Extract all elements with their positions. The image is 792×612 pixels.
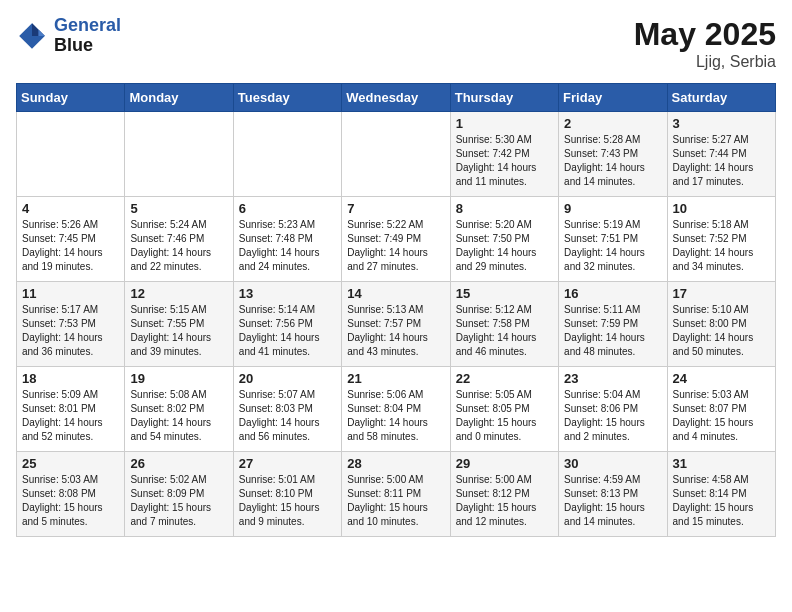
- day-info: Sunrise: 5:05 AM Sunset: 8:05 PM Dayligh…: [456, 388, 553, 444]
- calendar-cell: 12Sunrise: 5:15 AM Sunset: 7:55 PM Dayli…: [125, 282, 233, 367]
- calendar-cell: 28Sunrise: 5:00 AM Sunset: 8:11 PM Dayli…: [342, 452, 450, 537]
- calendar-cell: 8Sunrise: 5:20 AM Sunset: 7:50 PM Daylig…: [450, 197, 558, 282]
- day-info: Sunrise: 5:27 AM Sunset: 7:44 PM Dayligh…: [673, 133, 770, 189]
- calendar-cell: 25Sunrise: 5:03 AM Sunset: 8:08 PM Dayli…: [17, 452, 125, 537]
- day-number: 17: [673, 286, 770, 301]
- day-info: Sunrise: 5:20 AM Sunset: 7:50 PM Dayligh…: [456, 218, 553, 274]
- calendar-cell: 26Sunrise: 5:02 AM Sunset: 8:09 PM Dayli…: [125, 452, 233, 537]
- calendar-cell: 3Sunrise: 5:27 AM Sunset: 7:44 PM Daylig…: [667, 112, 775, 197]
- weekday-header-thursday: Thursday: [450, 84, 558, 112]
- calendar-cell: 4Sunrise: 5:26 AM Sunset: 7:45 PM Daylig…: [17, 197, 125, 282]
- day-number: 19: [130, 371, 227, 386]
- location-subtitle: Ljig, Serbia: [634, 53, 776, 71]
- day-number: 12: [130, 286, 227, 301]
- logo-text: General Blue: [54, 16, 121, 56]
- day-info: Sunrise: 5:14 AM Sunset: 7:56 PM Dayligh…: [239, 303, 336, 359]
- day-number: 13: [239, 286, 336, 301]
- day-number: 30: [564, 456, 661, 471]
- day-number: 29: [456, 456, 553, 471]
- day-info: Sunrise: 5:02 AM Sunset: 8:09 PM Dayligh…: [130, 473, 227, 529]
- calendar-week-row: 18Sunrise: 5:09 AM Sunset: 8:01 PM Dayli…: [17, 367, 776, 452]
- month-title: May 2025: [634, 16, 776, 53]
- page-header: General Blue May 2025 Ljig, Serbia: [16, 16, 776, 71]
- calendar-cell: 18Sunrise: 5:09 AM Sunset: 8:01 PM Dayli…: [17, 367, 125, 452]
- calendar-cell: 24Sunrise: 5:03 AM Sunset: 8:07 PM Dayli…: [667, 367, 775, 452]
- logo-icon: [16, 20, 48, 52]
- calendar-cell: [17, 112, 125, 197]
- day-info: Sunrise: 5:30 AM Sunset: 7:42 PM Dayligh…: [456, 133, 553, 189]
- calendar-cell: [125, 112, 233, 197]
- calendar-cell: 11Sunrise: 5:17 AM Sunset: 7:53 PM Dayli…: [17, 282, 125, 367]
- day-info: Sunrise: 5:03 AM Sunset: 8:07 PM Dayligh…: [673, 388, 770, 444]
- calendar-cell: [233, 112, 341, 197]
- day-info: Sunrise: 5:08 AM Sunset: 8:02 PM Dayligh…: [130, 388, 227, 444]
- day-info: Sunrise: 5:00 AM Sunset: 8:11 PM Dayligh…: [347, 473, 444, 529]
- weekday-header-friday: Friday: [559, 84, 667, 112]
- day-info: Sunrise: 5:26 AM Sunset: 7:45 PM Dayligh…: [22, 218, 119, 274]
- calendar-week-row: 11Sunrise: 5:17 AM Sunset: 7:53 PM Dayli…: [17, 282, 776, 367]
- calendar-cell: 15Sunrise: 5:12 AM Sunset: 7:58 PM Dayli…: [450, 282, 558, 367]
- day-number: 27: [239, 456, 336, 471]
- calendar-cell: 21Sunrise: 5:06 AM Sunset: 8:04 PM Dayli…: [342, 367, 450, 452]
- day-info: Sunrise: 5:11 AM Sunset: 7:59 PM Dayligh…: [564, 303, 661, 359]
- calendar-cell: 14Sunrise: 5:13 AM Sunset: 7:57 PM Dayli…: [342, 282, 450, 367]
- calendar-week-row: 1Sunrise: 5:30 AM Sunset: 7:42 PM Daylig…: [17, 112, 776, 197]
- day-info: Sunrise: 5:28 AM Sunset: 7:43 PM Dayligh…: [564, 133, 661, 189]
- day-info: Sunrise: 5:13 AM Sunset: 7:57 PM Dayligh…: [347, 303, 444, 359]
- day-info: Sunrise: 4:58 AM Sunset: 8:14 PM Dayligh…: [673, 473, 770, 529]
- calendar-cell: 9Sunrise: 5:19 AM Sunset: 7:51 PM Daylig…: [559, 197, 667, 282]
- calendar-cell: 29Sunrise: 5:00 AM Sunset: 8:12 PM Dayli…: [450, 452, 558, 537]
- weekday-header-wednesday: Wednesday: [342, 84, 450, 112]
- weekday-header-tuesday: Tuesday: [233, 84, 341, 112]
- day-info: Sunrise: 5:23 AM Sunset: 7:48 PM Dayligh…: [239, 218, 336, 274]
- weekday-header-row: SundayMondayTuesdayWednesdayThursdayFrid…: [17, 84, 776, 112]
- calendar-cell: 5Sunrise: 5:24 AM Sunset: 7:46 PM Daylig…: [125, 197, 233, 282]
- logo: General Blue: [16, 16, 121, 56]
- day-number: 7: [347, 201, 444, 216]
- weekday-header-monday: Monday: [125, 84, 233, 112]
- day-number: 8: [456, 201, 553, 216]
- day-info: Sunrise: 5:12 AM Sunset: 7:58 PM Dayligh…: [456, 303, 553, 359]
- day-number: 18: [22, 371, 119, 386]
- day-info: Sunrise: 5:24 AM Sunset: 7:46 PM Dayligh…: [130, 218, 227, 274]
- calendar-cell: [342, 112, 450, 197]
- day-info: Sunrise: 5:17 AM Sunset: 7:53 PM Dayligh…: [22, 303, 119, 359]
- calendar-cell: 13Sunrise: 5:14 AM Sunset: 7:56 PM Dayli…: [233, 282, 341, 367]
- day-info: Sunrise: 5:03 AM Sunset: 8:08 PM Dayligh…: [22, 473, 119, 529]
- day-number: 20: [239, 371, 336, 386]
- calendar-cell: 6Sunrise: 5:23 AM Sunset: 7:48 PM Daylig…: [233, 197, 341, 282]
- day-info: Sunrise: 5:09 AM Sunset: 8:01 PM Dayligh…: [22, 388, 119, 444]
- calendar-cell: 27Sunrise: 5:01 AM Sunset: 8:10 PM Dayli…: [233, 452, 341, 537]
- day-number: 5: [130, 201, 227, 216]
- calendar-table: SundayMondayTuesdayWednesdayThursdayFrid…: [16, 83, 776, 537]
- calendar-cell: 19Sunrise: 5:08 AM Sunset: 8:02 PM Dayli…: [125, 367, 233, 452]
- day-number: 28: [347, 456, 444, 471]
- day-info: Sunrise: 5:06 AM Sunset: 8:04 PM Dayligh…: [347, 388, 444, 444]
- calendar-week-row: 25Sunrise: 5:03 AM Sunset: 8:08 PM Dayli…: [17, 452, 776, 537]
- day-info: Sunrise: 5:10 AM Sunset: 8:00 PM Dayligh…: [673, 303, 770, 359]
- day-info: Sunrise: 4:59 AM Sunset: 8:13 PM Dayligh…: [564, 473, 661, 529]
- day-number: 1: [456, 116, 553, 131]
- day-info: Sunrise: 5:15 AM Sunset: 7:55 PM Dayligh…: [130, 303, 227, 359]
- calendar-cell: 30Sunrise: 4:59 AM Sunset: 8:13 PM Dayli…: [559, 452, 667, 537]
- weekday-header-sunday: Sunday: [17, 84, 125, 112]
- day-info: Sunrise: 5:07 AM Sunset: 8:03 PM Dayligh…: [239, 388, 336, 444]
- calendar-cell: 22Sunrise: 5:05 AM Sunset: 8:05 PM Dayli…: [450, 367, 558, 452]
- day-number: 21: [347, 371, 444, 386]
- day-number: 3: [673, 116, 770, 131]
- svg-marker-2: [38, 29, 44, 35]
- day-number: 4: [22, 201, 119, 216]
- day-number: 23: [564, 371, 661, 386]
- title-block: May 2025 Ljig, Serbia: [634, 16, 776, 71]
- calendar-cell: 20Sunrise: 5:07 AM Sunset: 8:03 PM Dayli…: [233, 367, 341, 452]
- calendar-cell: 1Sunrise: 5:30 AM Sunset: 7:42 PM Daylig…: [450, 112, 558, 197]
- day-number: 11: [22, 286, 119, 301]
- day-number: 31: [673, 456, 770, 471]
- day-number: 10: [673, 201, 770, 216]
- day-number: 15: [456, 286, 553, 301]
- calendar-cell: 10Sunrise: 5:18 AM Sunset: 7:52 PM Dayli…: [667, 197, 775, 282]
- day-number: 25: [22, 456, 119, 471]
- day-info: Sunrise: 5:18 AM Sunset: 7:52 PM Dayligh…: [673, 218, 770, 274]
- day-number: 26: [130, 456, 227, 471]
- day-number: 9: [564, 201, 661, 216]
